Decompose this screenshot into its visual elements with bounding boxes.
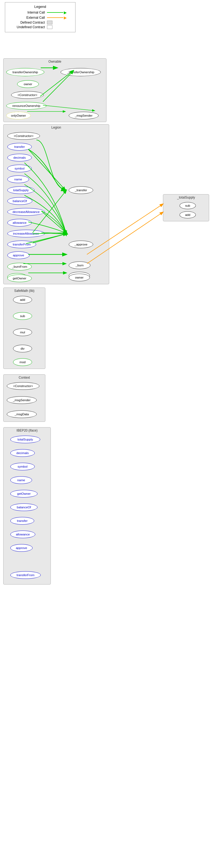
node-mod-safemath: mod bbox=[13, 358, 32, 366]
node-name-ibep20: name bbox=[10, 476, 32, 484]
safemath-section: SafeMath (lib) add sub mul div mod bbox=[3, 287, 45, 369]
context-section: Context <Constructor> _msgSender _msgDat… bbox=[3, 374, 45, 422]
safemath-label: SafeMath (lib) bbox=[3, 288, 45, 293]
node-transferFrom-ibep20: transferFrom bbox=[10, 571, 41, 579]
node-getOwner-legion: getOwner bbox=[7, 275, 32, 282]
legion-section: Legion <Constructor> transfer decimals s… bbox=[3, 124, 109, 284]
node-symbol-legion: symbol bbox=[7, 165, 32, 172]
node-_msgData-context: _msgData bbox=[7, 410, 37, 418]
node-owner-ownable: owner bbox=[17, 80, 39, 88]
node-balanceOf-ibep20: balanceOf bbox=[10, 503, 37, 511]
node-add-safemath: add bbox=[13, 296, 32, 304]
legend-internal-label: Internal Call bbox=[9, 10, 47, 14]
node-div-safemath: div bbox=[13, 345, 32, 352]
node-sub-safemath: sub bbox=[13, 312, 32, 320]
ibep20-label: IBEP20 (iface) bbox=[3, 428, 51, 433]
ibep20-section: IBEP20 (iface) totalSupply decimals symb… bbox=[3, 427, 51, 585]
legend-external-label: External Call bbox=[9, 16, 47, 20]
node-symbol-ibep20: symbol bbox=[10, 463, 35, 470]
legend-row-undefined: Undefined Contract bbox=[9, 25, 72, 29]
node-sub-totalsupply: sub bbox=[180, 202, 196, 209]
ownable-section: Ownable transferOwnership _transferOwner… bbox=[3, 58, 107, 122]
legend-external-arrow: ▶ bbox=[64, 16, 67, 20]
context-label: Context bbox=[3, 375, 45, 380]
legend-internal-arrow: ▶ bbox=[64, 10, 67, 14]
node-approve-legion: approve bbox=[7, 251, 30, 259]
legend-row-internal: Internal Call ▶ bbox=[9, 10, 72, 14]
node-transferFrom-legion: transferFrom bbox=[7, 241, 36, 248]
legend-box: Legend Internal Call ▶ External Call ▶ D… bbox=[5, 2, 76, 32]
node-onlyOwner: onlyOwner bbox=[6, 112, 31, 119]
node-renounceOwnership: renounceOwnership bbox=[6, 102, 47, 110]
totalsupply-section: _totalSupply sub add bbox=[163, 194, 209, 221]
node-allowance-legion: allowance bbox=[7, 219, 32, 226]
node-add-totalsupply: add bbox=[180, 211, 196, 218]
node-transfer-ibep20: transfer bbox=[10, 517, 34, 525]
node-_transfer: _transfer bbox=[69, 186, 93, 194]
node-constructor-legion: <Constructor> bbox=[7, 132, 40, 140]
node-approve-ibep20: approve bbox=[10, 544, 33, 552]
node-totalSupply-ibep20: totalSupply bbox=[10, 436, 40, 443]
node-allowance-ibep20: allowance bbox=[10, 531, 35, 538]
legend-internal-line bbox=[47, 12, 63, 13]
node-increaseAllowance: increaseAllowance bbox=[7, 230, 45, 237]
node-getOwner-ibep20: getOwner bbox=[10, 490, 37, 497]
totalsupply-label: _totalSupply bbox=[163, 194, 209, 200]
node-constructor-ownable: <Constructor> bbox=[11, 91, 44, 99]
legend-title: Legend bbox=[9, 5, 72, 9]
legend-external-line bbox=[47, 18, 63, 18]
node-totalSupply-legion: totalSupply bbox=[7, 186, 34, 194]
node-decimals-ibep20: decimals bbox=[10, 449, 35, 457]
legend-row-external: External Call ▶ bbox=[9, 16, 72, 20]
node-constructor-context: <Constructor> bbox=[7, 382, 39, 390]
node-_burnFrom: _burnFrom bbox=[7, 263, 32, 271]
node-name-legion: name bbox=[7, 176, 29, 183]
node-transfer-legion: transfer bbox=[7, 143, 32, 151]
node-_approve: _approve bbox=[69, 241, 93, 248]
node-transferOwnership: transferOwnership bbox=[6, 68, 44, 76]
legend-undefined-icon bbox=[47, 25, 52, 29]
ownable-label: Ownable bbox=[3, 59, 106, 64]
legend-row-defined: Defined Contract bbox=[9, 21, 72, 24]
node-_burn: _burn bbox=[69, 261, 90, 269]
legend-defined-icon bbox=[47, 21, 52, 24]
node-balanceOf-legion: balanceOf bbox=[7, 197, 32, 205]
node-_msgSender-context: _msgSender bbox=[7, 396, 37, 404]
node-_msgSender-ownable: _msgSender bbox=[69, 112, 99, 119]
node-mul-safemath: mul bbox=[13, 329, 32, 336]
node-_transferOwnership: _transferOwnership bbox=[61, 68, 101, 76]
legion-label: Legion bbox=[3, 124, 109, 130]
legend-undefined-label: Undefined Contract bbox=[9, 25, 47, 29]
legend-defined-label: Defined Contract bbox=[9, 21, 47, 24]
node-decreaseAllowance: decreaseAllowance bbox=[7, 208, 45, 216]
node-decimals-legion: decimals bbox=[7, 154, 32, 161]
node-owner-legion: owner bbox=[69, 274, 90, 281]
